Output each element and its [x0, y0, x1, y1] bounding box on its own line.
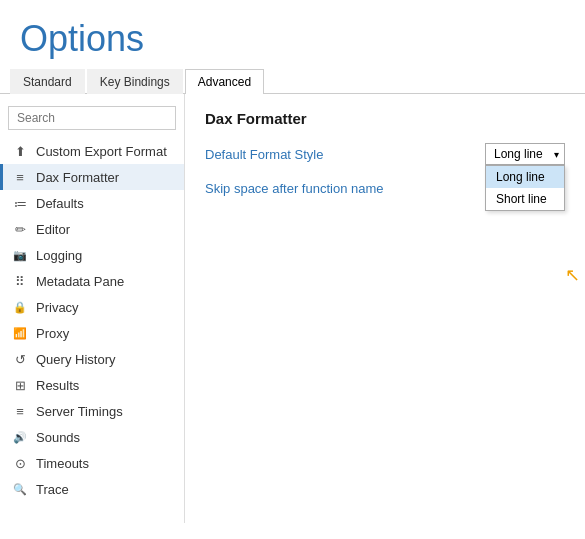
privacy-icon: 🔒: [12, 299, 28, 315]
sidebar-item-label: Results: [36, 378, 79, 393]
tab-keybindings[interactable]: Key Bindings: [87, 69, 183, 94]
tab-standard[interactable]: Standard: [10, 69, 85, 94]
sidebar-item-timeouts[interactable]: ⊙ Timeouts: [0, 450, 184, 476]
format-style-dropdown-wrapper: Long line Long line Short line: [485, 143, 565, 165]
logging-icon: 📷: [12, 247, 28, 263]
sidebar-item-label: Logging: [36, 248, 82, 263]
metadata-pane-icon: ⠿: [12, 273, 28, 289]
sidebar-item-label: Custom Export Format: [36, 144, 167, 159]
sidebar-item-query-history[interactable]: ↺ Query History: [0, 346, 184, 372]
sidebar-item-label: Dax Formatter: [36, 170, 119, 185]
sidebar-item-proxy[interactable]: 📶 Proxy: [0, 320, 184, 346]
format-style-dropdown-menu: Long line Short line: [485, 165, 565, 211]
skip-space-label[interactable]: Skip space after function name: [205, 181, 384, 196]
sidebar-item-label: Privacy: [36, 300, 79, 315]
server-timings-icon: ≡: [12, 403, 28, 419]
section-title: Dax Formatter: [205, 110, 565, 127]
defaults-icon: ≔: [12, 195, 28, 211]
sidebar-item-dax-formatter[interactable]: ≡ Dax Formatter: [0, 164, 184, 190]
sounds-icon: 🔊: [12, 429, 28, 445]
sidebar-item-label: Query History: [36, 352, 115, 367]
proxy-icon: 📶: [12, 325, 28, 341]
sidebar-item-label: Metadata Pane: [36, 274, 124, 289]
editor-icon: ✏: [12, 221, 28, 237]
format-style-dropdown-btn[interactable]: Long line: [485, 143, 565, 165]
sidebar-item-trace[interactable]: 🔍 Trace: [0, 476, 184, 502]
sidebar: ⬆ Custom Export Format ≡ Dax Formatter ≔…: [0, 94, 185, 523]
default-format-style-label[interactable]: Default Format Style: [205, 147, 324, 162]
sidebar-item-label: Proxy: [36, 326, 69, 341]
sidebar-item-label: Trace: [36, 482, 69, 497]
content-area: Dax Formatter Default Format Style Long …: [185, 94, 585, 523]
sidebar-item-sounds[interactable]: 🔊 Sounds: [0, 424, 184, 450]
tabs-bar: Standard Key Bindings Advanced: [0, 68, 585, 94]
sidebar-item-privacy[interactable]: 🔒 Privacy: [0, 294, 184, 320]
results-icon: ⊞: [12, 377, 28, 393]
search-input[interactable]: [8, 106, 176, 130]
sidebar-item-metadata-pane[interactable]: ⠿ Metadata Pane: [0, 268, 184, 294]
sidebar-item-label: Editor: [36, 222, 70, 237]
dropdown-option-short-line[interactable]: Short line: [486, 188, 564, 210]
page-title: Options: [0, 0, 585, 68]
sidebar-item-custom-export[interactable]: ⬆ Custom Export Format: [0, 138, 184, 164]
sidebar-item-server-timings[interactable]: ≡ Server Timings: [0, 398, 184, 424]
custom-export-icon: ⬆: [12, 143, 28, 159]
timeouts-icon: ⊙: [12, 455, 28, 471]
main-layout: ⬆ Custom Export Format ≡ Dax Formatter ≔…: [0, 94, 585, 523]
trace-icon: 🔍: [12, 481, 28, 497]
sidebar-item-label: Defaults: [36, 196, 84, 211]
tab-advanced[interactable]: Advanced: [185, 69, 264, 94]
sidebar-item-label: Sounds: [36, 430, 80, 445]
sidebar-item-defaults[interactable]: ≔ Defaults: [0, 190, 184, 216]
sidebar-item-logging[interactable]: 📷 Logging: [0, 242, 184, 268]
sidebar-item-editor[interactable]: ✏ Editor: [0, 216, 184, 242]
dropdown-option-long-line[interactable]: Long line: [486, 166, 564, 188]
sidebar-item-label: Server Timings: [36, 404, 123, 419]
dax-formatter-icon: ≡: [12, 169, 28, 185]
setting-row-format-style: Default Format Style Long line Long line…: [205, 139, 565, 169]
sidebar-item-results[interactable]: ⊞ Results: [0, 372, 184, 398]
sidebar-item-label: Timeouts: [36, 456, 89, 471]
query-history-icon: ↺: [12, 351, 28, 367]
